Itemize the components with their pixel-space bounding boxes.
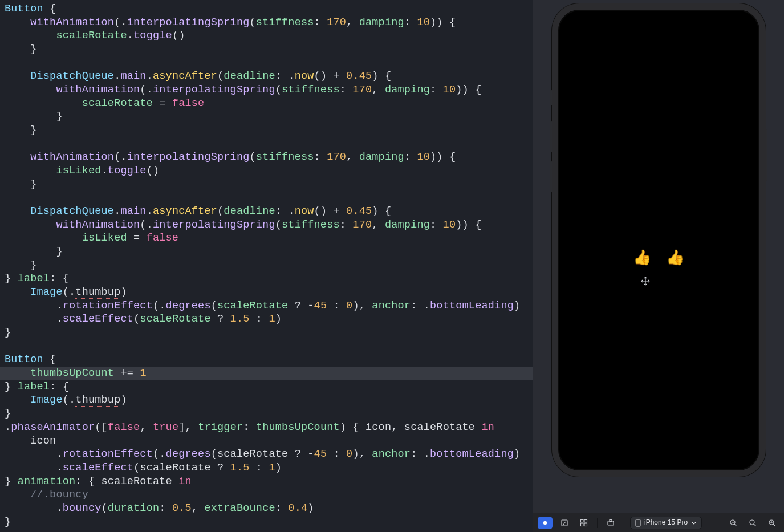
code-line: scaleRotate.toggle() xyxy=(5,29,529,43)
thumbs-up-icon[interactable]: 👍 xyxy=(666,249,684,268)
device-settings-button[interactable] xyxy=(603,517,618,529)
code-line: withAnimation(.interpolatingSpring(stiff… xyxy=(5,151,529,164)
live-preview-button[interactable] xyxy=(538,517,553,529)
device-side-button xyxy=(550,121,552,152)
code-line: icon xyxy=(5,434,529,448)
svg-rect-4 xyxy=(581,523,584,526)
code-line: .scaleEffect(scaleRotate ? 1.5 : 1) xyxy=(5,312,529,326)
code-line: } xyxy=(5,178,529,192)
preview-panel: 👍 👍 xyxy=(533,0,784,532)
preview-content: 👍 👍 xyxy=(558,249,759,268)
code-line: .bouncy(duration: 0.5, extraBounce: 0.4) xyxy=(5,502,529,515)
selectable-mode-button[interactable] xyxy=(557,517,572,529)
code-line: withAnimation(.interpolatingSpring(stiff… xyxy=(5,83,529,97)
code-line: Image(.thumbup) xyxy=(5,393,529,407)
code-line xyxy=(5,137,529,151)
code-line xyxy=(5,340,529,354)
code-line: } xyxy=(5,259,529,273)
svg-rect-8 xyxy=(636,519,640,526)
code-line: } xyxy=(5,245,529,259)
code-line: } label: { xyxy=(5,380,529,394)
chevron-down-icon xyxy=(691,519,697,527)
code-line: DispatchQueue.main.asyncAfter(deadline: … xyxy=(5,205,529,218)
code-line xyxy=(5,56,529,70)
code-line-current: thumbsUpCount += 1 xyxy=(0,367,533,380)
device-name-label: iPhone 15 Pro xyxy=(644,518,688,527)
device-picker[interactable]: iPhone 15 Pro xyxy=(630,517,702,529)
device-bezel: 👍 👍 xyxy=(552,3,766,477)
code-editor[interactable]: Button { withAnimation(.interpolatingSpr… xyxy=(0,0,533,532)
code-line: } xyxy=(5,124,529,137)
zoom-out-button[interactable] xyxy=(726,517,741,529)
code-line: } xyxy=(5,326,529,340)
code-line: DispatchQueue.main.asyncAfter(deadline: … xyxy=(5,70,529,83)
variants-button[interactable] xyxy=(576,517,591,529)
preview-toolbar: iPhone 15 Pro xyxy=(533,513,784,532)
separator xyxy=(597,518,598,528)
device-side-button xyxy=(766,129,767,181)
svg-rect-5 xyxy=(584,523,587,526)
zoom-in-button[interactable] xyxy=(765,517,779,529)
code-line: .rotationEffect(.degrees(scaleRotate ? -… xyxy=(5,299,529,313)
code-line: } animation: { scaleRotate in xyxy=(5,475,529,489)
code-line: Button { xyxy=(5,2,529,16)
separator xyxy=(624,518,624,528)
zoom-fit-button[interactable] xyxy=(745,517,760,529)
device-side-button xyxy=(550,90,552,105)
code-line: .rotationEffect(.degrees(scaleRotate ? -… xyxy=(5,448,529,461)
code-line: } xyxy=(5,43,529,56)
svg-rect-7 xyxy=(610,519,612,521)
code-line: scaleRotate = false xyxy=(5,97,529,111)
svg-point-0 xyxy=(543,521,547,524)
code-line: .scaleEffect(scaleRotate ? 1.5 : 1) xyxy=(5,461,529,475)
code-line: isLiked = false xyxy=(5,232,529,245)
thumbs-up-icon[interactable]: 👍 xyxy=(633,249,651,268)
svg-rect-2 xyxy=(581,519,584,522)
svg-rect-3 xyxy=(584,519,587,522)
canvas[interactable]: 👍 👍 xyxy=(533,0,784,513)
code-line xyxy=(5,191,529,205)
code-line: } label: { xyxy=(5,272,529,286)
move-cursor-icon xyxy=(641,277,650,286)
code-line: } xyxy=(5,407,529,421)
code-line: .phaseAnimator([false, true], trigger: t… xyxy=(5,421,529,434)
code-line: } xyxy=(5,110,529,124)
code-line: Image(.thumbup) xyxy=(5,286,529,299)
svg-point-10 xyxy=(750,520,754,525)
code-line: withAnimation(.interpolatingSpring(stiff… xyxy=(5,218,529,232)
code-line: Button { xyxy=(5,353,529,367)
device-side-button xyxy=(550,161,552,192)
code-line: isLiked.toggle() xyxy=(5,164,529,178)
code-line: withAnimation(.interpolatingSpring(stiff… xyxy=(5,16,529,30)
code-line: //.bouncy xyxy=(5,488,529,502)
code-line: } xyxy=(5,515,529,529)
